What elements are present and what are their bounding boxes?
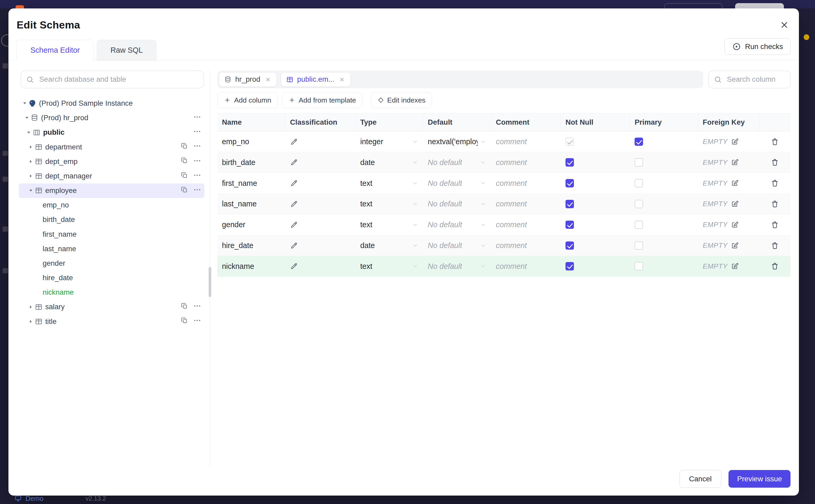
primary-checkbox[interactable] — [635, 200, 643, 208]
copy-icon[interactable] — [181, 142, 188, 152]
more-options-icon[interactable] — [193, 142, 201, 152]
tree-table-salary[interactable]: salary — [19, 300, 205, 314]
column-name-cell[interactable]: nickname — [217, 256, 285, 277]
column-name-cell[interactable]: gender — [217, 215, 285, 235]
not-null-checkbox[interactable] — [566, 262, 574, 270]
cancel-button[interactable]: Cancel — [679, 470, 721, 488]
copy-icon[interactable] — [181, 317, 188, 326]
caret-icon[interactable] — [27, 304, 35, 310]
comment-input[interactable]: comment — [491, 173, 561, 193]
edit-classification-icon[interactable] — [290, 242, 298, 250]
tree-table-title[interactable]: title — [19, 314, 205, 329]
tree-table-dept_manager[interactable]: dept_manager — [19, 169, 205, 183]
close-tab-icon[interactable] — [339, 76, 345, 83]
trash-icon[interactable] — [771, 179, 779, 187]
tree-search-input[interactable] — [38, 75, 199, 84]
trash-icon[interactable] — [771, 200, 779, 208]
tree-column-nickname[interactable]: nickname — [19, 285, 205, 300]
trash-icon[interactable] — [771, 158, 779, 167]
default-select[interactable]: No default — [423, 173, 491, 193]
edit-classification-icon[interactable] — [290, 179, 298, 187]
close-icon[interactable] — [777, 18, 792, 32]
copy-icon[interactable] — [181, 172, 188, 181]
tree-search[interactable] — [21, 71, 204, 88]
edit-foreign-key-icon[interactable] — [731, 242, 739, 250]
edit-classification-icon[interactable] — [290, 158, 298, 166]
tree-scrollbar[interactable] — [209, 267, 211, 297]
caret-down-icon[interactable] — [23, 115, 31, 120]
caret-icon[interactable] — [27, 173, 35, 179]
type-select[interactable]: text — [355, 173, 423, 193]
edit-foreign-key-icon[interactable] — [731, 221, 739, 229]
comment-input[interactable]: comment — [491, 131, 561, 152]
type-select[interactable]: text — [355, 194, 423, 214]
column-search[interactable] — [708, 71, 790, 88]
column-name-cell[interactable]: first_name — [217, 173, 285, 193]
more-options-icon[interactable] — [193, 186, 201, 196]
primary-checkbox[interactable] — [635, 158, 643, 167]
more-options-icon[interactable] — [193, 157, 201, 167]
more-options-icon[interactable] — [193, 113, 201, 123]
type-select[interactable]: text — [355, 215, 423, 235]
tree-column-gender[interactable]: gender — [19, 256, 205, 270]
caret-icon[interactable] — [27, 188, 35, 193]
caret-icon[interactable] — [27, 159, 35, 164]
column-name-cell[interactable]: last_name — [217, 194, 285, 214]
primary-checkbox[interactable] — [635, 179, 643, 187]
close-tab-icon[interactable] — [265, 76, 271, 83]
tree-instance[interactable]: (Prod) Prod Sample Instance — [19, 96, 205, 110]
add-from-template-button[interactable]: Add from template — [282, 93, 363, 108]
caret-icon[interactable] — [27, 144, 35, 150]
not-null-checkbox[interactable] — [566, 241, 574, 250]
comment-input[interactable]: comment — [491, 194, 561, 214]
preview-issue-button[interactable]: Preview issue — [729, 470, 790, 488]
default-select[interactable]: No default — [423, 256, 491, 277]
copy-icon[interactable] — [181, 302, 188, 312]
tree-database[interactable]: (Prod) hr_prod — [19, 111, 205, 125]
primary-checkbox[interactable] — [635, 138, 643, 146]
caret-icon[interactable] — [27, 319, 35, 324]
primary-checkbox[interactable] — [635, 221, 643, 229]
tree-column-first_name[interactable]: first_name — [19, 227, 205, 241]
tree-column-last_name[interactable]: last_name — [19, 241, 205, 256]
edit-classification-icon[interactable] — [290, 200, 298, 208]
type-select[interactable]: text — [355, 256, 423, 277]
edit-foreign-key-icon[interactable] — [731, 158, 739, 166]
copy-icon[interactable] — [181, 186, 188, 195]
column-name-cell[interactable]: birth_date — [217, 152, 285, 173]
edit-foreign-key-icon[interactable] — [731, 262, 739, 270]
more-options-icon[interactable] — [193, 316, 201, 327]
tree-table-department[interactable]: department — [19, 140, 205, 154]
trash-icon[interactable] — [771, 241, 779, 250]
not-null-checkbox[interactable] — [566, 221, 574, 229]
edit-foreign-key-icon[interactable] — [731, 200, 739, 208]
tab-raw-sql[interactable]: Raw SQL — [97, 40, 157, 61]
add-column-button[interactable]: Add column — [217, 93, 278, 108]
column-name-cell[interactable]: emp_no — [217, 131, 285, 152]
edit-classification-icon[interactable] — [290, 262, 298, 270]
more-options-icon[interactable] — [193, 127, 201, 138]
type-select[interactable]: integer — [355, 131, 423, 152]
not-null-checkbox[interactable] — [566, 138, 574, 146]
column-name-cell[interactable]: hire_date — [217, 235, 285, 256]
not-null-checkbox[interactable] — [566, 158, 574, 167]
default-select[interactable]: No default — [423, 152, 491, 173]
tab-schema-editor[interactable]: Schema Editor — [17, 40, 94, 61]
primary-checkbox[interactable] — [635, 241, 643, 250]
run-checks-button[interactable]: Run checks — [725, 38, 791, 55]
tree-column-emp_no[interactable]: emp_no — [19, 198, 205, 212]
primary-checkbox[interactable] — [635, 262, 643, 270]
tree-schema-public[interactable]: public — [19, 125, 205, 140]
trash-icon[interactable] — [771, 262, 779, 270]
edit-foreign-key-icon[interactable] — [731, 179, 739, 187]
editor-tab-hr-prod[interactable]: hr_prod — [219, 72, 277, 87]
default-select[interactable]: No default — [423, 194, 491, 214]
more-options-icon[interactable] — [193, 302, 201, 312]
not-null-checkbox[interactable] — [566, 200, 574, 208]
trash-icon[interactable] — [771, 138, 779, 146]
type-select[interactable]: date — [355, 152, 423, 173]
tree-column-hire_date[interactable]: hire_date — [19, 271, 205, 285]
comment-input[interactable]: comment — [491, 215, 561, 235]
default-select[interactable]: No default — [423, 235, 491, 256]
trash-icon[interactable] — [771, 221, 779, 229]
